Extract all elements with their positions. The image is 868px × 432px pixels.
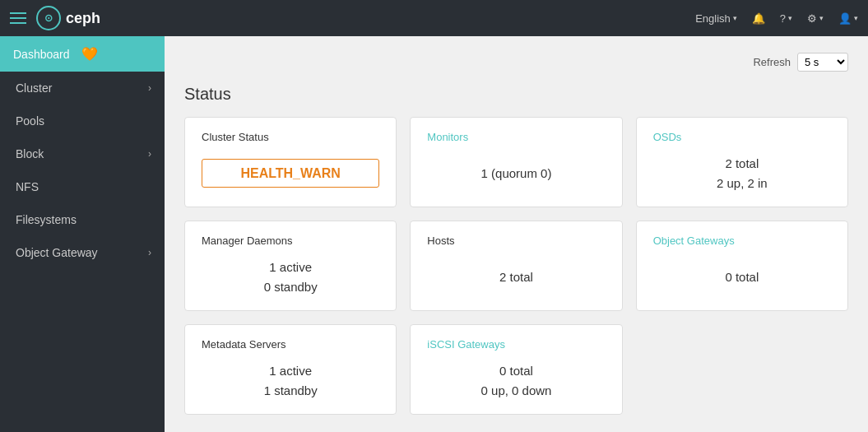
sidebar-cluster-label: Cluster — [16, 81, 52, 95]
metadata-servers-line1: 1 active — [202, 361, 379, 381]
monitors-card-body: 1 (quorum 0) — [427, 153, 605, 193]
cluster-status-card: Cluster Status HEALTH_WARN — [184, 117, 397, 207]
logo: ⊙ ceph — [36, 6, 100, 30]
sidebar-item-pools[interactable]: Pools — [0, 105, 165, 137]
metadata-servers-value: 1 active 1 standby — [202, 361, 379, 401]
user-dropdown-arrow: ▾ — [854, 14, 858, 22]
sidebar-item-dashboard[interactable]: Dashboard 🧡 — [0, 36, 165, 72]
sidebar-item-block[interactable]: Block › — [0, 137, 165, 170]
metadata-servers-card-body: 1 active 1 standby — [202, 360, 379, 401]
refresh-interval-select[interactable]: 5 s 10 s 30 s 1 min — [797, 53, 848, 72]
user-icon: 👤 — [838, 12, 852, 25]
metadata-servers-card: Metadata Servers 1 active 1 standby — [184, 324, 397, 415]
monitors-card-title[interactable]: Monitors — [427, 131, 468, 143]
language-selector[interactable]: English ▾ — [695, 12, 737, 25]
menu-toggle-button[interactable] — [10, 12, 26, 24]
object-gateways-value: 0 total — [653, 267, 831, 287]
sidebar-block-chevron: › — [148, 148, 151, 160]
sidebar-item-cluster[interactable]: Cluster › — [0, 72, 165, 105]
osds-card: OSDs 2 total 2 up, 2 in — [636, 117, 848, 207]
status-section-title: Status — [184, 85, 848, 104]
sidebar-cluster-chevron: › — [148, 82, 151, 94]
object-gateways-card: Object Gateways 0 total — [636, 221, 848, 311]
hosts-card-title: Hosts — [427, 235, 454, 247]
monitors-value: 1 (quorum 0) — [427, 164, 605, 183]
sidebar-pools-label: Pools — [16, 114, 44, 128]
manager-daemons-value: 1 active 0 standby — [202, 258, 379, 297]
hosts-card: Hosts 2 total — [410, 221, 622, 311]
manager-daemons-card-title: Manager Daemons — [202, 235, 293, 247]
language-dropdown-arrow: ▾ — [733, 14, 737, 22]
sidebar-block-label: Block — [16, 147, 44, 160]
refresh-label: Refresh — [753, 56, 791, 68]
help-button[interactable]: ? ▾ — [780, 12, 792, 25]
monitors-card: Monitors 1 (quorum 0) — [410, 117, 622, 207]
settings-dropdown-arrow: ▾ — [819, 14, 824, 22]
sidebar-dashboard-label: Dashboard — [13, 48, 70, 61]
object-gateways-card-title[interactable]: Object Gateways — [653, 235, 735, 247]
sidebar-item-filesystems[interactable]: Filesystems — [0, 203, 165, 236]
osds-line1: 2 total — [653, 154, 831, 174]
sidebar: Dashboard 🧡 Cluster › Pools Block › NFS … — [0, 36, 165, 432]
settings-button[interactable]: ⚙ ▾ — [807, 12, 824, 25]
user-button[interactable]: 👤 ▾ — [838, 12, 858, 25]
status-grid: Cluster Status HEALTH_WARN Monitors 1 (q… — [184, 117, 848, 415]
osds-line2: 2 up, 2 in — [653, 174, 831, 193]
ceph-logo-icon: ⊙ — [36, 6, 61, 30]
manager-daemons-line1: 1 active — [202, 258, 379, 277]
settings-icon: ⚙ — [807, 12, 817, 25]
sidebar-nfs-label: NFS — [16, 180, 39, 193]
iscsi-gateways-line1: 0 total — [427, 361, 605, 381]
hosts-value: 2 total — [427, 267, 605, 287]
top-navbar: ⊙ ceph English ▾ 🔔 ? ▾ ⚙ ▾ 👤 ▾ — [0, 0, 868, 36]
iscsi-gateways-card-title[interactable]: iSCSI Gateways — [427, 338, 505, 351]
help-dropdown-arrow: ▾ — [788, 14, 792, 22]
sidebar-item-object-gateway[interactable]: Object Gateway › — [0, 236, 165, 269]
dashboard-heart-icon: 🧡 — [81, 46, 98, 62]
metadata-servers-line2: 1 standby — [202, 381, 379, 401]
iscsi-gateways-card: iSCSI Gateways 0 total 0 up, 0 down — [410, 324, 622, 415]
help-icon: ? — [780, 12, 786, 25]
iscsi-gateways-line2: 0 up, 0 down — [427, 381, 605, 401]
bell-icon: 🔔 — [752, 12, 765, 25]
manager-daemons-line2: 0 standby — [202, 277, 379, 297]
iscsi-gateways-card-body: 0 total 0 up, 0 down — [427, 360, 605, 401]
sidebar-object-gateway-label: Object Gateway — [16, 246, 98, 259]
sidebar-filesystems-label: Filesystems — [16, 213, 77, 226]
sidebar-object-gateway-chevron: › — [148, 247, 151, 258]
hosts-card-body: 2 total — [427, 257, 605, 297]
main-content: Refresh 5 s 10 s 30 s 1 min Status Clust… — [165, 36, 868, 432]
notifications-button[interactable]: 🔔 — [752, 12, 765, 25]
metadata-servers-card-title: Metadata Servers — [202, 338, 286, 351]
manager-daemons-card: Manager Daemons 1 active 0 standby — [184, 221, 397, 311]
iscsi-gateways-value: 0 total 0 up, 0 down — [427, 361, 605, 401]
osds-card-title[interactable]: OSDs — [653, 131, 682, 143]
sidebar-item-nfs[interactable]: NFS — [0, 170, 165, 203]
logo-text: ceph — [66, 10, 100, 27]
refresh-bar: Refresh 5 s 10 s 30 s 1 min — [184, 53, 848, 72]
cluster-status-value: HEALTH_WARN — [202, 159, 379, 188]
osds-card-body: 2 total 2 up, 2 in — [653, 153, 831, 193]
osds-value: 2 total 2 up, 2 in — [653, 154, 831, 193]
manager-daemons-card-body: 1 active 0 standby — [202, 257, 379, 297]
cluster-status-card-title: Cluster Status — [202, 131, 269, 143]
language-label: English — [695, 12, 731, 25]
cluster-status-card-body: HEALTH_WARN — [202, 153, 379, 193]
object-gateways-card-body: 0 total — [653, 257, 831, 297]
